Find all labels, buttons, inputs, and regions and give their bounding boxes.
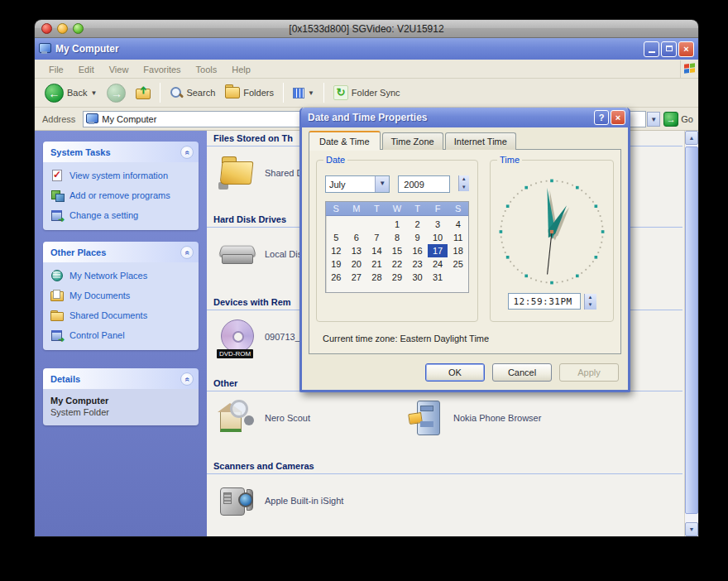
- folder-sync-button[interactable]: ↻ Folder Sync: [330, 85, 404, 100]
- system-tasks-header[interactable]: System Tasks «: [43, 142, 199, 162]
- calendar-day[interactable]: 20: [347, 257, 367, 271]
- scroll-up-icon[interactable]: ▲: [685, 131, 698, 145]
- calendar-day[interactable]: 13: [347, 244, 367, 257]
- time-field[interactable]: 12:59:31PM: [508, 293, 581, 310]
- menu-favorites[interactable]: Favorites: [136, 62, 188, 77]
- weekday-label: S: [326, 202, 347, 215]
- calendar-day[interactable]: 2: [407, 218, 428, 231]
- calendar-day[interactable]: 14: [366, 244, 387, 257]
- calendar-day[interactable]: 1: [387, 218, 408, 231]
- search-icon: [170, 86, 183, 99]
- camcorder-icon: [218, 483, 256, 519]
- calendar-day[interactable]: 9: [407, 231, 428, 244]
- tab-internet-time[interactable]: Internet Time: [445, 132, 516, 150]
- calendar-day[interactable]: 28: [366, 271, 387, 284]
- year-spinner-buttons[interactable]: ▲ ▼: [458, 175, 469, 191]
- help-button[interactable]: ?: [594, 110, 609, 125]
- views-dropdown-icon[interactable]: ▼: [308, 89, 314, 97]
- menu-tools[interactable]: Tools: [189, 62, 225, 77]
- task-link[interactable]: Shared Documents: [50, 309, 194, 322]
- back-button[interactable]: ← Back ▼: [41, 84, 100, 103]
- spin-up-icon[interactable]: ▲: [585, 294, 596, 302]
- calendar-day[interactable]: 15: [387, 244, 408, 257]
- tab-time-zone[interactable]: Time Zone: [382, 132, 443, 150]
- cancel-button[interactable]: Cancel: [492, 363, 552, 382]
- calendar-day[interactable]: 18: [448, 244, 468, 257]
- calendar-day[interactable]: 24: [428, 257, 448, 271]
- calendar-day[interactable]: 17: [428, 244, 448, 257]
- other-places-header[interactable]: Other Places «: [43, 242, 199, 262]
- task-link[interactable]: Add or remove programs: [50, 189, 194, 202]
- calendar-day[interactable]: 25: [448, 257, 468, 271]
- details-header[interactable]: Details «: [43, 368, 199, 389]
- mac-titlebar[interactable]: [0x1533d800] SGVideo: V2U15912: [35, 20, 698, 38]
- calendar-day[interactable]: 10: [428, 231, 448, 244]
- collapse-chevron-icon[interactable]: «: [180, 246, 194, 259]
- menu-file[interactable]: File: [41, 62, 71, 77]
- item-tile[interactable]: Apple Built-in iSight: [207, 474, 395, 519]
- go-button[interactable]: → Go: [660, 112, 697, 127]
- search-button[interactable]: Search: [166, 86, 218, 99]
- calendar-day[interactable]: 11: [448, 231, 468, 244]
- up-button[interactable]: [132, 87, 154, 99]
- folders-button[interactable]: Folders: [222, 87, 277, 98]
- back-dropdown-icon[interactable]: ▼: [90, 89, 97, 97]
- calendar-day[interactable]: 30: [407, 271, 428, 284]
- task-link[interactable]: Control Panel: [50, 329, 194, 342]
- collapse-chevron-icon[interactable]: «: [180, 146, 194, 159]
- calendar-day[interactable]: 31: [428, 271, 448, 284]
- calendar-day[interactable]: 5: [326, 231, 347, 244]
- forward-button[interactable]: →: [103, 84, 129, 103]
- item-tile[interactable]: Nero Scout: [207, 391, 395, 436]
- calendar-empty: [366, 218, 387, 231]
- spin-up-icon[interactable]: ▲: [459, 175, 469, 184]
- calendar-day[interactable]: 12: [326, 244, 347, 257]
- restore-button[interactable]: [661, 41, 677, 57]
- collapse-chevron-icon[interactable]: «: [180, 372, 194, 386]
- menu-view[interactable]: View: [102, 62, 136, 77]
- menu-help[interactable]: Help: [224, 62, 258, 77]
- minimize-button[interactable]: [644, 41, 659, 57]
- calendar-day[interactable]: 3: [428, 218, 448, 231]
- scrollbar-thumb[interactable]: [685, 146, 698, 514]
- calendar-day[interactable]: 7: [366, 231, 387, 244]
- item-tile[interactable]: Nokia Phone Browser: [395, 391, 584, 436]
- calendar-day[interactable]: 16: [407, 244, 428, 257]
- calendar-day[interactable]: 19: [326, 257, 347, 271]
- calendar-day[interactable]: 22: [387, 257, 408, 271]
- task-link[interactable]: My Network Places: [50, 269, 194, 282]
- up-folder-icon: [136, 87, 151, 99]
- menu-edit[interactable]: Edit: [71, 62, 102, 77]
- calendar-day[interactable]: 29: [387, 271, 408, 284]
- vertical-scrollbar[interactable]: ▲ ▼: [684, 131, 698, 536]
- task-link[interactable]: View system information: [50, 169, 194, 182]
- month-dropdown-icon[interactable]: ▼: [375, 176, 389, 192]
- address-dropdown-icon[interactable]: ▼: [647, 112, 660, 127]
- calendar-day[interactable]: 8: [387, 231, 408, 244]
- views-button[interactable]: ▼: [290, 88, 318, 98]
- dialog-close-button[interactable]: ×: [611, 110, 625, 125]
- calendar-day[interactable]: 6: [347, 231, 367, 244]
- calendar-day[interactable]: 26: [326, 271, 347, 284]
- task-link[interactable]: My Documents: [50, 289, 194, 302]
- scroll-down-icon[interactable]: ▼: [685, 522, 698, 536]
- year-spinner[interactable]: 2009: [398, 175, 449, 193]
- calendar-day[interactable]: 23: [407, 257, 428, 271]
- calendar[interactable]: SMTWTFS 12345678910111213141516171819202…: [325, 201, 469, 293]
- close-button[interactable]: ×: [678, 41, 694, 57]
- task-link[interactable]: Change a setting: [50, 209, 194, 222]
- spin-down-icon[interactable]: ▼: [585, 301, 596, 310]
- tab-date-time[interactable]: Date & Time: [309, 131, 381, 150]
- apply-button[interactable]: Apply: [559, 363, 619, 382]
- calendar-day[interactable]: 27: [347, 271, 367, 284]
- calendar-day[interactable]: 4: [448, 218, 468, 231]
- xp-titlebar[interactable]: My Computer ×: [35, 38, 698, 60]
- forward-icon: →: [107, 84, 126, 103]
- dialog-titlebar[interactable]: Date and Time Properties ? ×: [301, 108, 629, 127]
- time-spinner-buttons[interactable]: ▲ ▼: [584, 294, 596, 310]
- ok-button[interactable]: OK: [425, 363, 485, 382]
- calendar-day[interactable]: 21: [366, 257, 387, 271]
- spin-down-icon[interactable]: ▼: [459, 184, 469, 192]
- folder-sync-icon: ↻: [333, 85, 348, 100]
- month-dropdown[interactable]: July ▼: [325, 175, 390, 193]
